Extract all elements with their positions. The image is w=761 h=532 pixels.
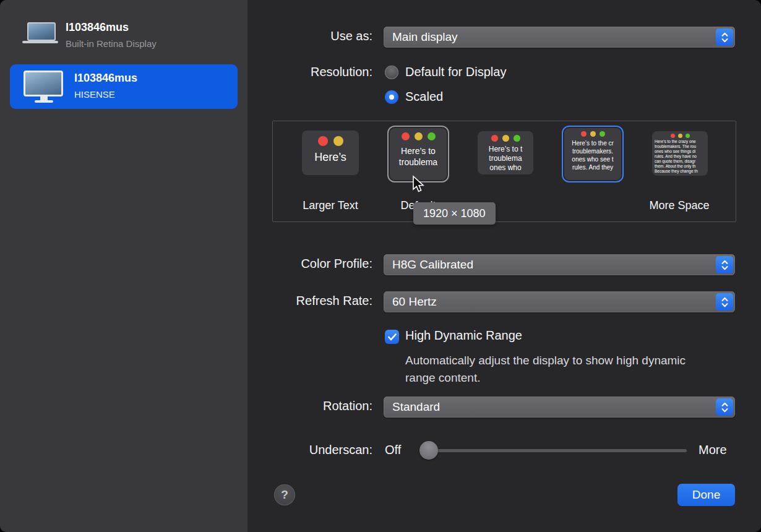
thumbnail-preview-text: Here’s bbox=[302, 151, 359, 164]
more-space-label: More Space bbox=[633, 199, 726, 212]
scale-thumbnail-hovered[interactable]: Here’s to troublema bbox=[390, 128, 447, 180]
hdr-checkbox[interactable] bbox=[385, 330, 399, 344]
display-subtitle: Built-in Retina Display bbox=[66, 38, 157, 49]
scale-thumbnail-more-space[interactable]: Here’s to the crazy one troublemakers. T… bbox=[652, 131, 708, 176]
radio-default-label: Default for Display bbox=[405, 65, 506, 79]
rotation-label: Rotation: bbox=[210, 399, 372, 413]
traffic-lights-icon bbox=[652, 134, 708, 138]
stepper-icon bbox=[716, 256, 733, 273]
scale-thumbnail-selected[interactable]: Here’s to the cr troublemakers. ones who… bbox=[564, 128, 621, 180]
refresh-rate-label: Refresh Rate: bbox=[210, 294, 372, 308]
color-profile-value: H8G Calibrated bbox=[392, 254, 473, 275]
underscan-more-label: More bbox=[699, 443, 727, 457]
refresh-rate-value: 60 Hertz bbox=[392, 291, 437, 312]
radio-scaled[interactable] bbox=[385, 90, 398, 104]
traffic-lights-icon bbox=[478, 135, 533, 142]
resolution-tooltip: 1920 × 1080 bbox=[413, 202, 496, 225]
color-profile-label: Color Profile: bbox=[210, 257, 372, 271]
use-as-select[interactable]: Main display bbox=[384, 27, 735, 48]
scale-thumbnail-larger-text[interactable]: Here’s bbox=[302, 131, 359, 175]
sidebar-item-builtin-display[interactable]: l103846mus Built-in Retina Display bbox=[10, 16, 238, 56]
rotation-select[interactable]: Standard bbox=[384, 397, 735, 418]
scale-thumbnail-default[interactable]: Here’s to t troublema ones who bbox=[478, 131, 533, 174]
stepper-icon bbox=[716, 293, 733, 311]
stepper-icon bbox=[716, 398, 733, 416]
underscan-off-label: Off bbox=[385, 443, 401, 457]
thumbnail-preview-text: Here’s to troublema bbox=[390, 145, 447, 168]
sidebar-item-hisense-display[interactable]: l103846mus HISENSE bbox=[10, 64, 238, 109]
larger-text-label: Larger Text bbox=[284, 199, 377, 212]
hdr-label: High Dynamic Range bbox=[405, 328, 522, 343]
resolution-label: Resolution: bbox=[210, 65, 372, 79]
display-settings-window: l103846mus Built-in Retina Display l1038… bbox=[0, 0, 761, 532]
stepper-icon bbox=[716, 28, 733, 46]
use-as-value: Main display bbox=[392, 27, 458, 48]
display-name: l103846mus bbox=[74, 72, 137, 85]
display-subtitle: HISENSE bbox=[74, 89, 115, 100]
checkmark-icon bbox=[388, 333, 397, 341]
done-button[interactable]: Done bbox=[677, 484, 735, 506]
radio-scaled-label: Scaled bbox=[405, 90, 443, 104]
use-as-label: Use as: bbox=[210, 29, 372, 43]
underscan-slider-track[interactable] bbox=[421, 449, 687, 452]
underscan-label: Underscan: bbox=[210, 443, 372, 457]
traffic-lights-icon bbox=[390, 132, 447, 140]
underscan-slider-knob[interactable] bbox=[419, 441, 438, 460]
traffic-lights-icon bbox=[302, 136, 359, 146]
thumbnail-preview-text: Here’s to t troublema ones who bbox=[478, 145, 533, 173]
rotation-value: Standard bbox=[392, 397, 440, 418]
thumbnail-preview-text: Here’s to the crazy one troublemakers. T… bbox=[652, 139, 708, 174]
help-button[interactable]: ? bbox=[274, 484, 295, 505]
radio-default-for-display[interactable] bbox=[385, 66, 398, 79]
cursor-pointer bbox=[411, 175, 427, 194]
color-profile-select[interactable]: H8G Calibrated bbox=[384, 254, 735, 275]
hdr-description: Automatically adjust the display to show… bbox=[405, 352, 702, 387]
display-name: l103846mus bbox=[66, 21, 129, 34]
thumbnail-preview-text: Here’s to the cr troublemakers. ones who… bbox=[564, 139, 621, 171]
traffic-lights-icon bbox=[564, 131, 621, 137]
resolution-scale-strip: Here’s Here’s to troublema Here’s to t t… bbox=[272, 121, 736, 222]
refresh-rate-select[interactable]: 60 Hertz bbox=[384, 291, 735, 312]
